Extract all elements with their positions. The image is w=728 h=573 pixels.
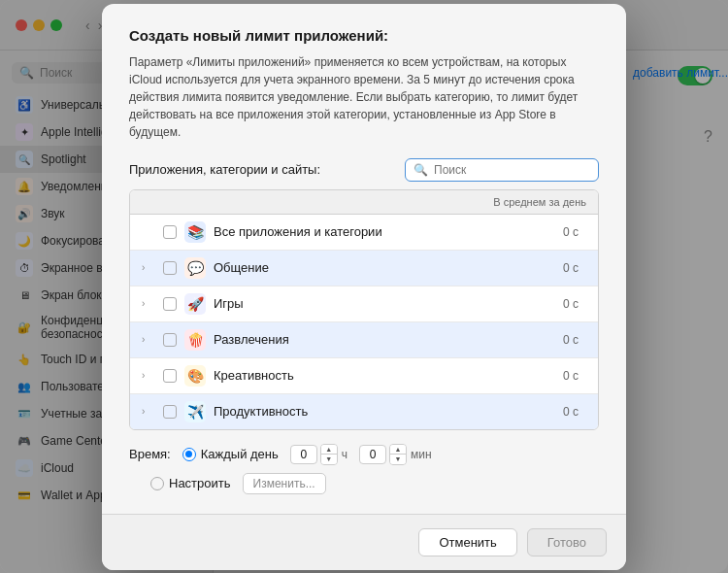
- row-chevron: ›: [142, 406, 155, 417]
- row-name: Игры: [214, 296, 555, 311]
- search-input[interactable]: [434, 163, 590, 177]
- cancel-button[interactable]: Отменить: [418, 528, 516, 556]
- minutes-unit: мин: [411, 448, 432, 461]
- row-time: 0 с: [563, 405, 579, 419]
- row-checkbox[interactable]: [163, 297, 177, 311]
- hours-stepper[interactable]: ▲ ▼: [320, 444, 338, 465]
- customize-label: Настроить: [169, 476, 231, 490]
- row-chevron: ›: [142, 370, 155, 381]
- customize-section: Настроить Изменить...: [129, 473, 599, 494]
- row-time: 0 с: [563, 297, 579, 311]
- row-name: Продуктивность: [214, 404, 555, 419]
- row-checkbox[interactable]: [163, 405, 177, 419]
- customize-option[interactable]: Настроить: [150, 476, 231, 490]
- hours-input-group: 0 ▲ ▼ ч: [290, 444, 347, 465]
- minutes-input-group: 0 ▲ ▼ мин: [359, 444, 432, 465]
- table-row[interactable]: › 🎨 Креативность 0 с: [130, 358, 598, 394]
- minutes-up-arrow[interactable]: ▲: [390, 445, 406, 455]
- table-rows[interactable]: 📚 Все приложения и категории 0 с › 💬 Общ…: [130, 215, 598, 429]
- hours-down-arrow[interactable]: ▼: [321, 455, 337, 464]
- row-chevron: ›: [142, 334, 155, 345]
- table-row[interactable]: › 🍿 Развлечения 0 с: [130, 322, 598, 358]
- modal-footer: Отменить Готово: [102, 514, 626, 570]
- create-limit-modal: Создать новый лимит приложений: Параметр…: [102, 4, 626, 570]
- row-name: Креативность: [214, 368, 555, 383]
- row-name: Общение: [214, 260, 555, 275]
- row-name: Все приложения и категории: [214, 224, 555, 239]
- table-header: В среднем за день: [130, 190, 598, 215]
- hours-up-arrow[interactable]: ▲: [321, 445, 337, 455]
- row-chevron: ›: [142, 298, 155, 309]
- apps-table: В среднем за день 📚 Все приложения и кат…: [129, 189, 599, 430]
- minutes-stepper[interactable]: ▲ ▼: [389, 444, 407, 465]
- row-checkbox[interactable]: [163, 261, 177, 275]
- time-section: Время: Каждый день 0 ▲ ▼ ч 0 ▲: [129, 444, 599, 465]
- modal-body: Создать новый лимит приложений: Параметр…: [102, 4, 626, 514]
- row-chevron: ›: [142, 262, 155, 273]
- customize-button[interactable]: Изменить...: [243, 473, 326, 494]
- row-checkbox[interactable]: [163, 369, 177, 383]
- customize-radio-btn[interactable]: [150, 477, 164, 490]
- row-name: Развлечения: [214, 332, 555, 347]
- time-label: Время:: [129, 447, 171, 461]
- row-icon: 🍿: [184, 329, 206, 351]
- row-icon: 📚: [184, 221, 206, 243]
- hours-value[interactable]: 0: [290, 445, 317, 464]
- row-time: 0 с: [563, 369, 579, 383]
- row-icon: ✈️: [184, 401, 206, 422]
- table-row[interactable]: › ✈️ Продуктивность 0 с: [130, 394, 598, 429]
- apps-label: Приложения, категории и сайты:: [129, 162, 320, 177]
- row-time: 0 с: [563, 225, 579, 239]
- minutes-value[interactable]: 0: [359, 445, 386, 464]
- everyday-option[interactable]: Каждый день: [182, 447, 279, 461]
- table-row[interactable]: › 💬 Общение 0 с: [130, 251, 598, 286]
- done-button[interactable]: Готово: [527, 528, 607, 556]
- everyday-label: Каждый день: [201, 447, 279, 461]
- table-row[interactable]: 📚 Все приложения и категории 0 с: [130, 215, 598, 251]
- everyday-radio[interactable]: [182, 448, 196, 461]
- row-icon: 🚀: [184, 293, 206, 315]
- row-time: 0 с: [563, 333, 579, 347]
- modal-description: Параметр «Лимиты приложений» применяется…: [129, 53, 599, 141]
- row-icon: 🎨: [184, 365, 206, 387]
- row-checkbox[interactable]: [163, 333, 177, 347]
- row-icon: 💬: [184, 257, 206, 279]
- search-box[interactable]: 🔍: [405, 158, 599, 182]
- minutes-down-arrow[interactable]: ▼: [390, 455, 406, 464]
- table-header-label: В среднем за день: [493, 196, 586, 208]
- hours-unit: ч: [342, 448, 347, 461]
- modal-title: Создать новый лимит приложений:: [129, 27, 599, 44]
- search-icon: 🔍: [414, 163, 428, 177]
- modal-overlay: Создать новый лимит приложений: Параметр…: [0, 0, 728, 573]
- row-checkbox[interactable]: [163, 225, 177, 239]
- row-time: 0 с: [563, 261, 579, 275]
- table-row[interactable]: › 🚀 Игры 0 с: [130, 286, 598, 322]
- apps-section-header: Приложения, категории и сайты: 🔍: [129, 158, 599, 182]
